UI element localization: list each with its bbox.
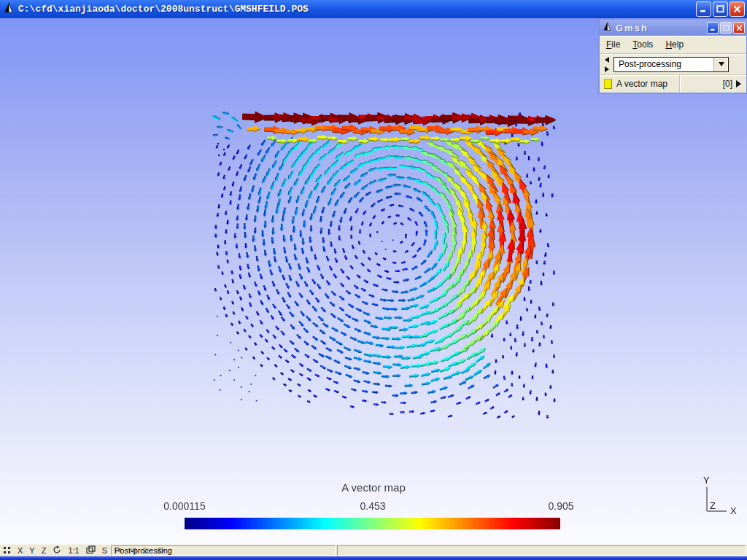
view-item-row[interactable]: A vector map [0] — [600, 75, 746, 93]
module-prev-icon[interactable] — [605, 57, 609, 63]
status-mode-field: Post-processing — [111, 545, 336, 556]
colorbar-tick-mid: 0.453 — [360, 500, 385, 512]
dropdown-button[interactable] — [713, 58, 728, 71]
colorbar-tick-max: 0.905 — [548, 500, 573, 512]
module-dropdown[interactable]: Post-processing — [614, 57, 729, 72]
axes-indicator: Y Z X — [693, 474, 744, 519]
view-index: [0] — [723, 79, 732, 89]
gmsh-menubar: File Tools Help — [600, 36, 746, 54]
view-item-label[interactable]: A vector map — [616, 79, 679, 89]
maximize-button[interactable] — [713, 1, 728, 17]
vector-field-canvas[interactable] — [0, 18, 747, 544]
panel-minimize-button[interactable] — [707, 22, 719, 34]
view-enabled-indicator[interactable] — [604, 79, 612, 89]
module-next-icon[interactable] — [605, 66, 609, 72]
view-options[interactable]: [0] — [679, 75, 746, 93]
statusbar: X Y Z 1:1 S — [0, 544, 747, 556]
status-message-field — [337, 545, 746, 556]
menu-help[interactable]: Help — [665, 39, 684, 50]
shading-button[interactable]: S — [102, 546, 107, 555]
gmsh-panel: Gmsh File Tools Help Post-pro — [598, 20, 747, 94]
graphics-viewport[interactable]: A vector map 0.000115 0.453 0.905 Y Z X … — [0, 18, 747, 544]
axis-z-label: Z — [710, 500, 716, 511]
gmsh-window: C:\cfd\xianjiaoda\doctor\2008unstruct\GM… — [0, 0, 747, 560]
one-to-one-button[interactable]: 1:1 — [68, 546, 79, 555]
gmsh-logo-icon — [603, 21, 612, 34]
colorbar-tick-min: 0.000115 — [163, 500, 205, 512]
mesh-grid-icon[interactable] — [3, 544, 11, 557]
axis-x-button[interactable]: X — [18, 546, 23, 555]
window-titlebar[interactable]: C:\cfd\xianjiaoda\doctor\2008unstruct\GM… — [0, 0, 747, 18]
menu-file[interactable]: File — [606, 39, 620, 50]
gmsh-logo-icon — [3, 2, 15, 17]
axis-z-button[interactable]: Z — [42, 546, 47, 555]
module-dropdown-value: Post-processing — [614, 59, 713, 69]
gmsh-panel-title: Gmsh — [616, 23, 705, 34]
axis-y-button[interactable]: Y — [29, 546, 34, 555]
axis-y-label: Y — [703, 475, 710, 486]
minimize-button[interactable] — [696, 1, 711, 17]
gmsh-panel-titlebar[interactable]: Gmsh — [600, 20, 746, 36]
axis-x-label: X — [730, 505, 737, 516]
panel-close-button[interactable] — [733, 22, 745, 34]
module-selector-row: Post-processing — [600, 54, 746, 75]
close-button[interactable] — [729, 1, 745, 17]
view-options-arrow-icon — [736, 80, 741, 88]
chevron-down-icon — [719, 62, 724, 66]
taskbar-strip — [0, 556, 747, 560]
projection-box-icon[interactable] — [86, 544, 96, 557]
panel-maximize-button[interactable] — [720, 22, 732, 34]
colorbar — [185, 518, 560, 529]
menu-tools[interactable]: Tools — [632, 39, 653, 50]
window-title: C:\cfd\xianjiaoda\doctor\2008unstruct\GM… — [18, 4, 696, 15]
rotate-view-icon[interactable] — [53, 544, 61, 557]
